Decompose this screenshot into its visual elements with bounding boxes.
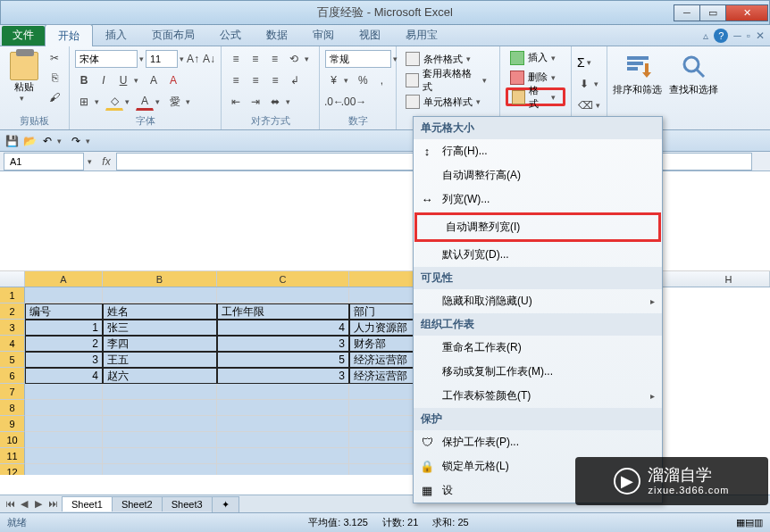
menu-autofit-row[interactable]: 自动调整行高(A) [414, 163, 662, 187]
tab-formulas[interactable]: 公式 [207, 24, 254, 46]
cell[interactable]: 赵六 [103, 368, 217, 384]
cell[interactable]: 4 [217, 320, 349, 336]
tab-review[interactable]: 审阅 [300, 24, 347, 46]
maximize-button[interactable]: ▭ [699, 4, 726, 21]
italic-icon[interactable]: I [95, 71, 113, 89]
cell[interactable]: 3 [217, 368, 349, 384]
row-header[interactable]: 6 [0, 368, 25, 384]
menu-col-width[interactable]: ↔列宽(W)... [414, 187, 662, 212]
tab-addin[interactable]: 易用宝 [393, 24, 450, 46]
row-header[interactable]: 3 [0, 320, 25, 336]
sheet-nav-next[interactable]: ▶ [32, 498, 45, 510]
insert-cells-button[interactable]: 插入▾ [506, 48, 565, 67]
row-header[interactable]: 1 [0, 287, 25, 303]
row-header[interactable]: 11 [0, 448, 25, 464]
menu-hide-unhide[interactable]: 隐藏和取消隐藏(U)▸ [414, 289, 662, 313]
cell[interactable]: 3 [25, 352, 103, 368]
save-icon[interactable]: 💾 [4, 133, 20, 149]
name-box-dropdown[interactable]: ▾ [88, 157, 96, 166]
decrease-indent-icon[interactable]: ⇤ [227, 93, 245, 111]
row-header[interactable]: 5 [0, 352, 25, 368]
col-header-c[interactable]: C [217, 271, 349, 287]
tab-view[interactable]: 视图 [347, 24, 393, 46]
menu-rename-sheet[interactable]: 重命名工作表(R) [414, 336, 662, 360]
row-header[interactable]: 10 [0, 432, 25, 448]
cell[interactable]: 2 [25, 336, 103, 352]
wrap-text-icon[interactable]: ↲ [286, 71, 304, 89]
menu-tab-color[interactable]: 工作表标签颜色(T)▸ [414, 384, 662, 408]
tab-file[interactable]: 文件 [2, 26, 45, 46]
minimize-ribbon-icon[interactable]: ▵ [703, 29, 708, 42]
row-header[interactable]: 9 [0, 416, 25, 432]
align-bottom-icon[interactable]: ≡ [266, 50, 284, 68]
doc-min-icon[interactable]: ─ [733, 29, 741, 42]
close-button[interactable]: ✕ [725, 4, 768, 21]
view-layout-icon[interactable]: ▤ [745, 517, 754, 528]
sheet-tab-1[interactable]: Sheet1 [62, 496, 113, 511]
col-header-h[interactable]: H [688, 271, 770, 287]
cell[interactable]: 工作年限 [217, 303, 349, 320]
format-table-button[interactable]: 套用表格格式▾ [402, 71, 494, 90]
tab-insert[interactable]: 插入 [93, 24, 139, 46]
comma-icon[interactable]: , [373, 71, 390, 89]
cell[interactable]: 姓名 [103, 303, 217, 320]
align-right-icon[interactable]: ≡ [266, 71, 284, 89]
align-middle-icon[interactable]: ≡ [247, 50, 264, 68]
cell[interactable]: 王五 [103, 352, 217, 368]
orientation-icon[interactable]: ⟲ [285, 50, 303, 68]
select-all-button[interactable] [0, 271, 25, 287]
cell[interactable]: 张三 [103, 320, 217, 336]
border-icon[interactable]: ⊞ [75, 93, 93, 111]
tab-data[interactable]: 数据 [254, 24, 300, 46]
cell[interactable] [217, 287, 349, 303]
menu-default-width[interactable]: 默认列宽(D)... [414, 243, 662, 267]
qat-open-icon[interactable]: 📂 [21, 133, 38, 149]
menu-move-copy[interactable]: 移动或复制工作表(M)... [414, 360, 662, 384]
fill-down-icon[interactable]: ⬇ [577, 75, 592, 93]
phonetic-icon[interactable]: 愛 [166, 93, 184, 111]
minimize-button[interactable]: ─ [674, 4, 700, 21]
tab-layout[interactable]: 页面布局 [139, 24, 207, 46]
ruby-icon[interactable]: A [145, 71, 163, 89]
number-format-input[interactable] [325, 50, 391, 68]
bold-icon[interactable]: B [75, 71, 93, 89]
increase-font-icon[interactable]: A↑ [186, 50, 200, 68]
fx-button[interactable]: fx [96, 155, 116, 168]
new-sheet-button[interactable]: ✦ [212, 496, 239, 512]
sheet-nav-last[interactable]: ⏭ [46, 498, 59, 510]
increase-indent-icon[interactable]: ⇥ [247, 93, 264, 111]
paste-button[interactable]: 粘贴 ▾ [5, 49, 42, 112]
row-header[interactable]: 7 [0, 384, 25, 400]
sheet-nav-prev[interactable]: ◀ [18, 498, 30, 510]
percent-icon[interactable]: % [355, 71, 372, 89]
col-header-b[interactable]: B [103, 271, 217, 287]
sheet-nav-first[interactable]: ⏮ [4, 498, 16, 510]
menu-autofit-col[interactable]: 自动调整列宽(I) [414, 212, 661, 242]
row-header[interactable]: 12 [0, 464, 25, 475]
ruby2-icon[interactable]: A [164, 71, 182, 89]
underline-icon[interactable]: U [114, 71, 132, 89]
copy-icon[interactable]: ⎘ [46, 69, 63, 87]
autosum-icon[interactable]: Σ [577, 55, 585, 70]
undo-icon[interactable]: ↶ [39, 133, 55, 149]
help-icon[interactable]: ? [714, 29, 728, 43]
view-normal-icon[interactable]: ▦ [736, 517, 745, 528]
align-top-icon[interactable]: ≡ [227, 50, 245, 68]
cell[interactable] [103, 287, 217, 303]
menu-protect-sheet[interactable]: 🛡保护工作表(P)... [414, 430, 662, 454]
redo-icon[interactable]: ↷ [68, 133, 84, 149]
fill-color-icon[interactable]: ◇ [105, 93, 123, 111]
merge-icon[interactable]: ⬌ [266, 93, 284, 111]
cell[interactable]: 3 [217, 336, 349, 352]
font-size-input[interactable] [146, 50, 178, 68]
row-header[interactable]: 8 [0, 400, 25, 416]
col-header-a[interactable]: A [25, 271, 103, 287]
cell[interactable]: 李四 [103, 336, 217, 352]
cell[interactable]: 1 [25, 320, 103, 336]
conditional-format-button[interactable]: 条件格式▾ [402, 49, 494, 69]
cut-icon[interactable]: ✂ [46, 49, 63, 67]
cell-styles-button[interactable]: 单元格样式▾ [402, 92, 494, 112]
name-box[interactable]: A1 [4, 153, 84, 170]
cell[interactable]: 5 [217, 352, 349, 368]
row-header[interactable]: 2 [0, 303, 25, 320]
